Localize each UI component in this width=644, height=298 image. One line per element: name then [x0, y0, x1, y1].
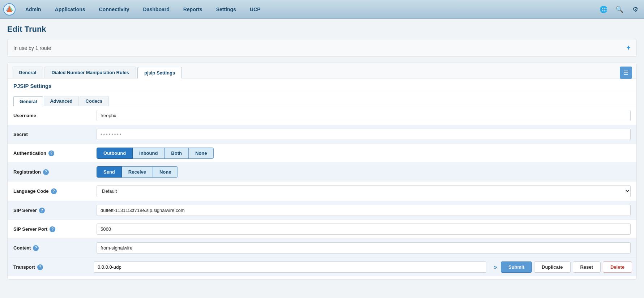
label-registration: Registration ?: [13, 169, 97, 175]
form-row-secret: Secret: [8, 125, 636, 144]
info-bar-plus[interactable]: +: [626, 44, 631, 52]
tab-dnmr[interactable]: Dialed Number Manipulation Rules: [44, 67, 136, 78]
info-bar-text: In use by 1 route: [13, 45, 51, 51]
gear-icon[interactable]: ⚙: [630, 4, 641, 15]
form-row-transport: Transport ? » Submit Duplicate Reset Del…: [8, 257, 636, 276]
form-row-sip-server: SIP Server ?: [8, 201, 636, 220]
auth-both-btn[interactable]: Both: [164, 148, 189, 159]
input-sip-port[interactable]: [97, 224, 631, 235]
nav-right-icons: 🌐 🔍 ⚙: [598, 4, 641, 15]
nav-applications[interactable]: Applications: [48, 4, 92, 14]
sub-tab-codecs[interactable]: Codecs: [80, 96, 109, 106]
input-sip-server[interactable]: [97, 205, 631, 216]
form-row-registration: Registration ? Send Receive None: [8, 163, 636, 182]
help-transport[interactable]: ?: [37, 264, 43, 270]
form-body: Username Secret Authentication ? Outboun…: [8, 106, 636, 279]
tab-general[interactable]: General: [12, 67, 43, 78]
page-content: Edit Trunk In use by 1 route + ☰ General…: [0, 19, 644, 298]
delete-button[interactable]: Delete: [603, 261, 632, 273]
logo: [3, 3, 16, 16]
label-authentication: Authentication ?: [13, 150, 97, 156]
help-language[interactable]: ?: [51, 188, 57, 194]
form-row-language: Language Code ? Default: [8, 182, 636, 201]
label-username: Username: [13, 113, 97, 118]
help-sip-server[interactable]: ?: [39, 208, 45, 213]
help-context[interactable]: ?: [33, 245, 39, 251]
nav-connectivity[interactable]: Connectivity: [93, 4, 136, 14]
label-transport: Transport ?: [8, 261, 91, 274]
submit-button[interactable]: Submit: [501, 261, 532, 273]
auth-inbound-btn[interactable]: Inbound: [132, 148, 165, 159]
sub-tab-advanced[interactable]: Advanced: [44, 96, 78, 106]
help-sip-port[interactable]: ?: [50, 226, 55, 232]
help-registration[interactable]: ?: [43, 169, 49, 175]
main-panel: ☰ General Dialed Number Manipulation Rul…: [7, 63, 637, 280]
footer-arrow: »: [494, 263, 497, 271]
input-context[interactable]: [97, 242, 631, 254]
nav-settings[interactable]: Settings: [210, 4, 243, 14]
auth-outbound-btn[interactable]: Outbound: [97, 148, 133, 159]
auth-none-btn[interactable]: None: [188, 148, 214, 159]
input-secret[interactable]: [97, 129, 631, 140]
form-row-authentication: Authentication ? Outbound Inbound Both N…: [8, 144, 636, 163]
form-row-sip-port: SIP Server Port ?: [8, 220, 636, 239]
page-title: Edit Trunk: [7, 25, 637, 34]
label-context: Context ?: [13, 245, 97, 251]
transport-input-cell: [91, 258, 489, 276]
nav-reports[interactable]: Reports: [177, 4, 209, 14]
input-username[interactable]: [97, 110, 631, 121]
select-language[interactable]: Default: [97, 185, 631, 197]
label-sip-server: SIP Server ?: [13, 208, 97, 213]
sub-tab-general[interactable]: General: [13, 96, 43, 106]
input-transport[interactable]: [94, 261, 486, 273]
auth-btn-group: Outbound Inbound Both None: [97, 148, 214, 159]
flag-icon[interactable]: 🌐: [598, 4, 609, 15]
nav-ucp[interactable]: UCP: [243, 4, 267, 14]
section-header: PJSIP Settings: [8, 78, 636, 92]
reg-btn-group: Send Receive None: [97, 166, 178, 178]
form-row-username: Username: [8, 106, 636, 125]
label-language: Language Code ?: [13, 188, 97, 194]
duplicate-button[interactable]: Duplicate: [534, 261, 571, 273]
top-navigation: Admin Applications Connectivity Dashboar…: [0, 0, 644, 19]
reg-receive-btn[interactable]: Receive: [121, 166, 153, 178]
reg-send-btn[interactable]: Send: [97, 166, 122, 178]
search-icon[interactable]: 🔍: [614, 4, 625, 15]
tab-pjsip[interactable]: pjsip Settings: [137, 67, 182, 78]
top-tabs: General Dialed Number Manipulation Rules…: [8, 63, 636, 78]
label-sip-port: SIP Server Port ?: [13, 226, 97, 232]
help-authentication[interactable]: ?: [48, 150, 54, 156]
list-view-button[interactable]: ☰: [620, 67, 632, 79]
nav-dashboard[interactable]: Dashboard: [137, 4, 176, 14]
label-secret: Secret: [13, 132, 97, 137]
info-bar: In use by 1 route +: [7, 39, 637, 57]
reg-none-btn[interactable]: None: [153, 166, 178, 178]
form-row-context: Context ?: [8, 239, 636, 257]
nav-admin[interactable]: Admin: [19, 4, 48, 14]
nav-items: Admin Applications Connectivity Dashboar…: [19, 4, 598, 14]
footer-actions: » Submit Duplicate Reset Delete: [489, 259, 636, 276]
sub-tabs: General Advanced Codecs: [8, 92, 636, 106]
reset-button[interactable]: Reset: [573, 261, 601, 273]
